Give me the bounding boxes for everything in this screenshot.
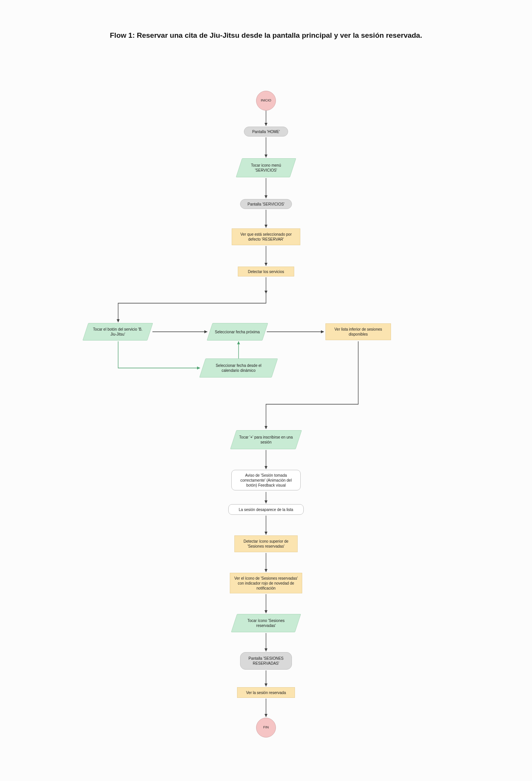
screen-reserved: Pantalla 'SESIONES RESERVADAS' (240, 652, 292, 670)
observe-see-reserved: Ver la sesión reservada (237, 687, 295, 698)
screen-servicios: Pantalla 'SERVICIOS' (240, 199, 292, 209)
observe-sessions-list: Ver lista inferior de sesiones disponibl… (325, 323, 391, 340)
feedback-toast: Aviso de 'Sesión tomada correctamente' (… (231, 470, 301, 490)
screen-home: Pantalla 'HOME' (244, 127, 288, 137)
action-tap-jiujitsu: Tocar el botón del servicio 'B. Jiu-Jits… (83, 323, 153, 341)
action-tap-reserved: Tocar ícono 'Sesiones reservadas' (231, 614, 301, 632)
action-select-calendar-date: Seleccionar fecha desde el calendario di… (199, 358, 278, 378)
observe-see-badge: Ver el ícono de 'Sesiones reservadas' co… (230, 573, 302, 593)
feedback-disappears: La sesión desaparece de la lista (228, 504, 304, 515)
end-terminator: FIN (256, 718, 276, 738)
observe-detect-icon: Detectar ícono superior de 'Sesiones res… (234, 535, 298, 552)
start-terminator: INICIO (256, 91, 276, 111)
observe-detect-services: Detectar los servicios (238, 267, 294, 276)
action-select-next-date: Seleccionar fecha próxima (207, 323, 268, 341)
observe-default-reservar: Ver que está seleccionado por defecto 'R… (232, 228, 300, 245)
action-tap-plus: Tocar '+' para inscribirse en una sesión (230, 430, 302, 449)
action-tap-servicios: Tocar icono menú 'SERVICIOS' (236, 158, 296, 177)
